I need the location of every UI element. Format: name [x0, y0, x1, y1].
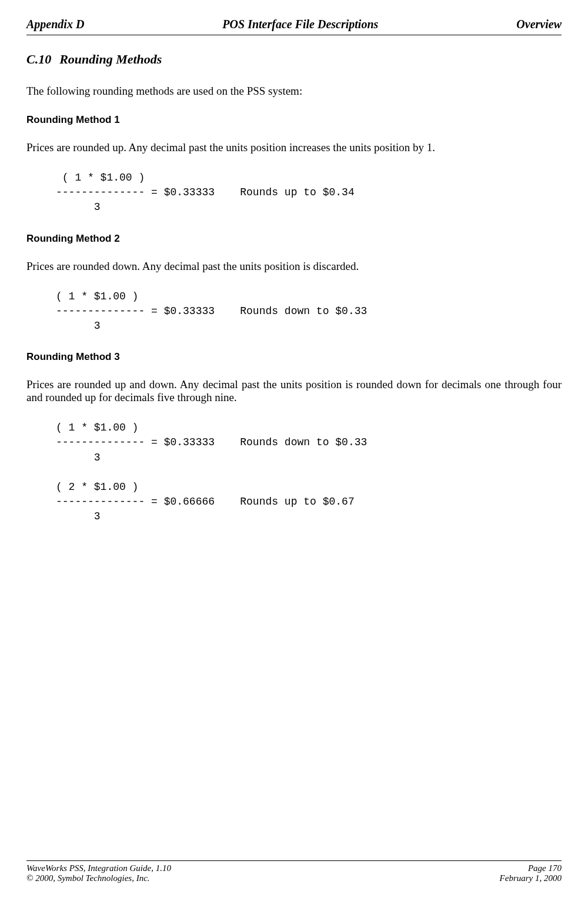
footer-date: February 1, 2000 — [500, 873, 562, 883]
header-right: Overview — [516, 18, 562, 31]
footer-copyright: © 2000, Symbol Technologies, Inc. — [26, 873, 171, 883]
section-title: C.10Rounding Methods — [26, 52, 562, 67]
method1-heading: Rounding Method 1 — [26, 114, 562, 126]
header-center: POS Interface File Descriptions — [222, 18, 378, 31]
method1-desc: Prices are rounded up. Any decimal past … — [26, 141, 562, 154]
footer-divider — [26, 860, 562, 861]
footer-guide-info: WaveWorks PSS, Integration Guide, 1.10 — [26, 863, 171, 873]
method1-code: ( 1 * $1.00 ) -------------- = $0.33333 … — [56, 171, 562, 215]
section-number: C.10 — [26, 52, 51, 67]
method2-heading: Rounding Method 2 — [26, 233, 562, 245]
header-divider — [26, 35, 562, 35]
intro-text: The following rounding methods are used … — [26, 85, 562, 98]
method3-desc: Prices are rounded up and down. Any deci… — [26, 378, 562, 404]
method3-heading: Rounding Method 3 — [26, 351, 562, 363]
page-footer: WaveWorks PSS, Integration Guide, 1.10 ©… — [26, 860, 562, 883]
section-title-text: Rounding Methods — [59, 52, 162, 66]
method2-code: ( 1 * $1.00 ) -------------- = $0.33333 … — [56, 289, 562, 334]
method3-code: ( 1 * $1.00 ) -------------- = $0.33333 … — [56, 421, 562, 524]
method2-desc: Prices are rounded down. Any decimal pas… — [26, 260, 562, 273]
page-header: Appendix D POS Interface File Descriptio… — [26, 18, 562, 31]
header-left: Appendix D — [26, 18, 84, 31]
footer-page-number: Page 170 — [500, 863, 562, 873]
